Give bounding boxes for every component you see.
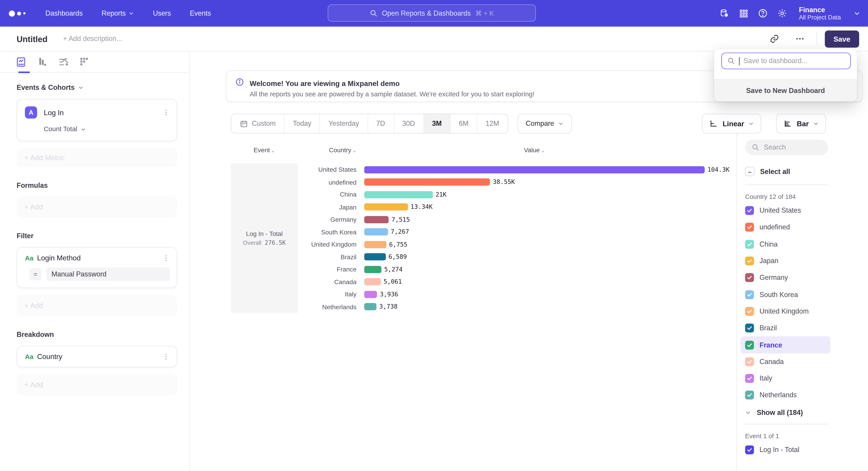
date-range-30d[interactable]: 30D — [394, 114, 424, 133]
country-item-united-states[interactable]: United States — [741, 202, 831, 219]
save-to-new-dashboard-button[interactable]: Save to New Dashboard — [714, 79, 857, 101]
app: DashboardsReportsUsersEvents Open Report… — [0, 0, 868, 471]
add-filter-button[interactable]: + Add — [17, 295, 177, 317]
country-item-japan[interactable]: Japan — [741, 253, 831, 269]
country-item-south-korea[interactable]: South Korea — [741, 286, 831, 303]
save-button[interactable]: Save — [825, 30, 859, 47]
breakdown-kebab-icon[interactable] — [162, 353, 170, 360]
copy-link-icon[interactable] — [769, 33, 780, 45]
date-range-3m[interactable]: 3M — [424, 114, 451, 133]
save-dashboard-search-input[interactable]: Save to dashboard... — [721, 53, 851, 69]
add-formula-button[interactable]: + Add — [17, 196, 177, 218]
metric-aggregation[interactable]: Count Total — [43, 125, 170, 133]
checkbox-checked-icon[interactable] — [745, 273, 754, 282]
metric-kebab-icon[interactable] — [162, 109, 170, 116]
date-range-7d[interactable]: 7D — [368, 114, 394, 133]
chart-bar[interactable] — [364, 166, 705, 173]
tab-flows[interactable] — [57, 53, 70, 70]
column-header-country[interactable]: Country⌄ — [298, 147, 364, 153]
chevron-down-icon[interactable] — [854, 10, 860, 17]
checkbox-checked-icon[interactable] — [745, 307, 754, 316]
chart-bar[interactable] — [364, 178, 490, 186]
column-header-value[interactable]: Value⌄ — [364, 147, 705, 153]
date-range-custom[interactable]: Custom — [231, 114, 285, 133]
project-switcher[interactable]: Finance All Project Data — [799, 6, 841, 21]
global-search-button[interactable]: Open Reports & Dashboards ⌘ + K — [328, 4, 536, 22]
checkbox-checked-icon[interactable] — [745, 374, 754, 383]
chart-bar[interactable] — [364, 203, 408, 211]
legend-item-label: Japan — [760, 257, 778, 265]
checkbox-checked-icon[interactable] — [745, 206, 754, 215]
country-item-undefined[interactable]: undefined — [741, 219, 831, 236]
filter-card[interactable]: Aa Login Method = Manual Password — [17, 247, 177, 288]
show-all-button[interactable]: Show all (184) — [745, 409, 868, 416]
data-management-icon[interactable] — [719, 8, 729, 18]
filter-value[interactable]: Manual Password — [46, 268, 170, 281]
tab-funnels[interactable] — [35, 53, 49, 70]
chart-bar[interactable] — [364, 191, 433, 198]
date-range-yesterday[interactable]: Yesterday — [320, 114, 368, 133]
filter-kebab-icon[interactable] — [162, 254, 170, 262]
chart-type-button[interactable]: Bar — [776, 114, 826, 134]
country-item-netherlands[interactable]: Netherlands — [741, 387, 831, 404]
country-item-china[interactable]: China — [741, 236, 831, 253]
checkbox-checked-icon[interactable] — [745, 391, 754, 400]
breakdown-property-name[interactable]: Country — [37, 352, 162, 361]
breakdown-card[interactable]: Aa Country — [17, 346, 177, 367]
filter-operator[interactable]: = — [29, 268, 41, 280]
checkbox-checked-icon[interactable] — [745, 223, 754, 232]
column-header-event[interactable]: Event⌄ — [231, 147, 298, 153]
events-cohorts-heading[interactable]: Events & Cohorts — [17, 84, 177, 91]
report-title[interactable]: Untitled — [17, 34, 48, 44]
tab-insights[interactable] — [14, 53, 28, 70]
chart-bar[interactable] — [364, 303, 376, 311]
event-item-log-in-total[interactable]: Log In - Total — [741, 441, 831, 458]
metric-card[interactable]: A Log In Count Total — [17, 99, 177, 141]
country-item-canada[interactable]: Canada — [741, 353, 831, 370]
chart-bar[interactable] — [364, 278, 381, 286]
project-scope: All Project Data — [799, 13, 841, 21]
date-range-today[interactable]: Today — [285, 114, 320, 133]
more-options-icon[interactable] — [794, 33, 805, 45]
legend-search-input[interactable]: Search — [745, 140, 828, 155]
country-item-united-kingdom[interactable]: United Kingdom — [741, 303, 831, 320]
select-all-checkbox[interactable]: – — [745, 167, 754, 176]
country-item-france[interactable]: France — [741, 336, 831, 353]
mixpanel-logo-icon[interactable] — [9, 10, 25, 16]
legend-item-label: Italy — [760, 375, 772, 382]
country-item-italy[interactable]: Italy — [741, 370, 831, 387]
checkbox-checked-icon[interactable] — [745, 357, 754, 366]
chart-bar[interactable] — [364, 216, 389, 223]
checkbox-checked-icon[interactable] — [745, 257, 754, 265]
chart-bar[interactable] — [364, 266, 381, 273]
date-range-12m[interactable]: 12M — [477, 114, 507, 133]
checkbox-checked-icon[interactable] — [745, 240, 754, 248]
settings-gear-icon[interactable] — [777, 8, 787, 18]
filter-property-name[interactable]: Login Method — [37, 254, 162, 262]
checkbox-checked-icon[interactable] — [745, 341, 754, 349]
select-all[interactable]: – Select all — [745, 167, 868, 176]
chart-bar[interactable] — [364, 291, 377, 298]
nav-item-reports[interactable]: Reports — [101, 9, 134, 17]
nav-item-users[interactable]: Users — [153, 9, 171, 17]
help-icon[interactable] — [758, 8, 768, 18]
country-item-brazil[interactable]: Brazil — [741, 320, 831, 336]
compare-button[interactable]: Compare — [518, 114, 572, 134]
add-breakdown-button[interactable]: + Add — [17, 374, 177, 396]
add-metric-button[interactable]: + Add Metric — [17, 148, 177, 168]
chart-bar[interactable] — [364, 241, 386, 248]
checkbox-checked-icon[interactable] — [745, 324, 754, 332]
checkbox-checked-icon[interactable] — [745, 445, 754, 454]
date-range-6m[interactable]: 6M — [451, 114, 477, 133]
chart-bar[interactable] — [364, 229, 388, 236]
checkbox-checked-icon[interactable] — [745, 290, 754, 299]
metric-name[interactable]: Log In — [43, 108, 162, 117]
value-scale-button[interactable]: Linear — [702, 114, 761, 134]
chart-bar[interactable] — [364, 254, 385, 261]
add-description[interactable]: + Add description... — [63, 35, 122, 42]
tab-retention[interactable] — [78, 53, 91, 70]
country-item-germany[interactable]: Germany — [741, 269, 831, 286]
apps-grid-icon[interactable] — [739, 8, 748, 18]
nav-item-dashboards[interactable]: Dashboards — [45, 9, 83, 17]
nav-item-events[interactable]: Events — [190, 9, 211, 17]
